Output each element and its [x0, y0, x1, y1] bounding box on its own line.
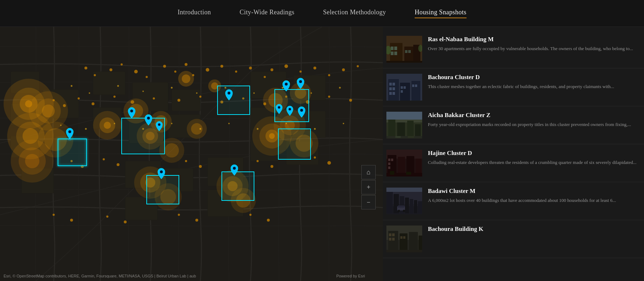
- snapshot-content: Aicha Bakkar Cluster Z Forty year-old ex…: [428, 112, 637, 128]
- svg-point-98: [328, 74, 330, 76]
- svg-rect-250: [392, 233, 395, 236]
- svg-rect-222: [391, 159, 393, 161]
- svg-rect-200: [401, 86, 403, 89]
- svg-point-130: [124, 221, 127, 223]
- svg-point-94: [270, 68, 273, 71]
- svg-rect-201: [404, 86, 406, 89]
- svg-point-153: [257, 128, 259, 130]
- svg-point-139: [171, 87, 173, 89]
- svg-rect-211: [386, 136, 422, 139]
- svg-point-105: [113, 96, 116, 98]
- svg-rect-182: [394, 47, 397, 50]
- snapshot-thumbnail: [386, 112, 422, 139]
- svg-point-40: [104, 122, 111, 129]
- svg-point-83: [134, 70, 138, 73]
- svg-rect-184: [394, 52, 397, 55]
- nav-housing[interactable]: Housing Snapshots: [415, 9, 467, 18]
- svg-point-146: [60, 125, 62, 126]
- snapshot-content: Hajine Cluster D Colluding real-estate d…: [428, 150, 637, 166]
- svg-point-127: [53, 214, 55, 216]
- svg-rect-234: [405, 198, 409, 213]
- svg-rect-239: [398, 205, 404, 208]
- map-zoom-out-button[interactable]: −: [361, 195, 376, 209]
- svg-point-95: [284, 64, 288, 68]
- svg-rect-202: [401, 90, 403, 93]
- nav-selection[interactable]: Selection Methodology: [323, 9, 386, 18]
- svg-point-154: [286, 123, 287, 124]
- svg-point-85: [163, 65, 166, 68]
- svg-rect-214: [408, 136, 414, 138]
- snapshot-title: Bachoura Cluster D: [428, 74, 637, 81]
- svg-rect-236: [414, 200, 417, 213]
- nav-introduction[interactable]: Introduction: [177, 9, 211, 18]
- svg-rect-223: [388, 163, 390, 165]
- svg-point-116: [349, 99, 352, 102]
- svg-rect-8: [172, 89, 200, 111]
- svg-point-142: [253, 92, 255, 94]
- svg-rect-207: [388, 119, 395, 139]
- snapshot-content: Bachoura Building K: [428, 226, 637, 235]
- snapshot-thumbnail: [386, 74, 422, 101]
- svg-point-151: [200, 128, 201, 130]
- svg-rect-163: [222, 172, 254, 200]
- svg-rect-193: [411, 81, 420, 101]
- svg-point-115: [328, 96, 330, 98]
- svg-point-97: [313, 67, 316, 69]
- svg-point-164: [68, 139, 72, 141]
- svg-rect-253: [400, 236, 402, 239]
- svg-point-96: [299, 71, 302, 73]
- svg-rect-159: [218, 86, 250, 115]
- snapshot-title: Ras el-Nabaa Building M: [428, 36, 637, 43]
- esri-attribution: Powered by Esri: [336, 274, 365, 278]
- map-roads: [0, 0, 383, 281]
- svg-rect-242: [386, 188, 422, 192]
- svg-point-102: [63, 104, 66, 107]
- svg-point-109: [199, 96, 201, 98]
- nav-city-wide[interactable]: City-Wide Readings: [240, 9, 294, 18]
- svg-point-103: [78, 97, 80, 100]
- snapshot-description: This cluster meshes together an eclectic…: [428, 83, 637, 90]
- main-nav: Introduction City-Wide Readings Selectio…: [0, 0, 644, 27]
- svg-rect-194: [389, 83, 392, 86]
- svg-point-35: [42, 105, 55, 117]
- map-home-button[interactable]: ⌂: [361, 165, 376, 179]
- snapshot-item[interactable]: Badawi Cluster M A 6,000m2 lot hosts ove…: [383, 182, 644, 220]
- snapshot-item[interactable]: Aicha Bakkar Cluster Z Forty year-old ex…: [383, 106, 644, 144]
- snapshots-panel: Ras el-Nabaa Building M Over 30 apartmen…: [383, 27, 644, 281]
- svg-point-145: [339, 87, 341, 89]
- svg-rect-6: [93, 72, 125, 95]
- svg-point-32: [25, 154, 39, 168]
- snapshot-content: Badawi Cluster M A 6,000m2 lot hosts ove…: [428, 188, 637, 204]
- svg-point-84: [146, 76, 148, 78]
- svg-point-150: [171, 123, 172, 124]
- snapshot-item[interactable]: Ras el-Nabaa Building M Over 30 apartmen…: [383, 30, 644, 68]
- svg-rect-248: [419, 236, 422, 252]
- svg-point-147: [85, 128, 87, 130]
- snapshot-thumbnail: [386, 36, 422, 63]
- snapshot-thumbnail: [386, 150, 422, 176]
- snapshot-content: Ras el-Nabaa Building M Over 30 apartmen…: [428, 36, 637, 52]
- svg-rect-237: [418, 201, 422, 213]
- svg-point-140: [196, 92, 197, 94]
- snapshot-item[interactable]: Hajine Cluster D Colluding real-estate d…: [383, 144, 644, 182]
- svg-rect-203: [412, 84, 414, 87]
- svg-rect-249: [389, 233, 391, 236]
- snapshot-item[interactable]: Bachoura Cluster D This cluster meshes t…: [383, 68, 644, 106]
- map-controls: ⌂ + −: [361, 165, 376, 209]
- svg-point-156: [343, 123, 344, 124]
- svg-rect-212: [386, 112, 422, 120]
- svg-point-122: [199, 165, 202, 168]
- svg-point-171: [299, 80, 302, 83]
- svg-rect-204: [415, 84, 417, 87]
- svg-point-126: [327, 161, 331, 165]
- map-attribution: Esri, © OpenStreetMap contributors, HERE…: [0, 274, 383, 278]
- map-zoom-in-button[interactable]: +: [361, 180, 376, 194]
- snapshot-item[interactable]: Bachoura Building K: [383, 220, 644, 258]
- svg-rect-181: [391, 47, 394, 50]
- snapshot-thumbnail: [386, 188, 422, 214]
- svg-point-132: [195, 219, 198, 222]
- svg-point-144: [311, 92, 312, 94]
- svg-point-173: [289, 108, 291, 111]
- svg-point-176: [233, 167, 236, 170]
- svg-rect-221: [388, 159, 390, 161]
